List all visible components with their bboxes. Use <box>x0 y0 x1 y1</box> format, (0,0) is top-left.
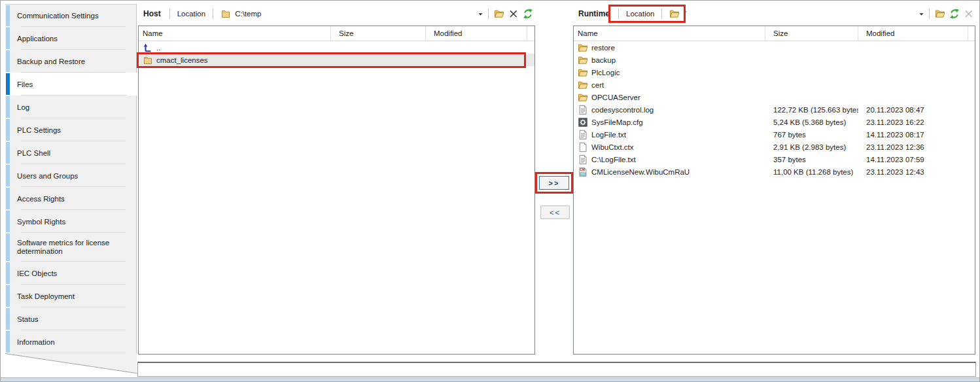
file-row-codesyscontrol-log[interactable]: codesyscontrol.log 122,72 KB (125.663 by… <box>574 103 975 116</box>
file-row-parent-dir[interactable]: .. <box>139 41 534 54</box>
file-transfer-status-bar <box>137 362 976 377</box>
text-file-icon <box>578 154 588 165</box>
file-modified: 23.11.2023 12:43 <box>858 165 968 178</box>
file-modified <box>858 91 968 103</box>
runtime-column-name[interactable]: Name <box>574 26 765 41</box>
file-row-sysfilemap-cfg[interactable]: SysFileMap.cfg 5,24 KB (5.368 bytes) 23.… <box>574 116 975 128</box>
file-row-backup[interactable]: backup <box>574 54 975 66</box>
runtime-new-folder-button[interactable] <box>933 7 947 20</box>
file-name: WibuCtxt.ctx <box>591 143 634 151</box>
host-column-spacer <box>527 26 535 41</box>
file-row-wibuctxt-ctx[interactable]: WibuCtxt.ctx 2,91 KB (2.983 bytes) 23.11… <box>574 141 975 153</box>
tab-label: Files <box>17 80 33 88</box>
file-name: .. <box>156 44 160 52</box>
runtime-column-modified[interactable]: Modified <box>858 26 968 41</box>
copy-to-runtime-button[interactable]: >> <box>539 176 569 190</box>
host-column-modified[interactable]: Modified <box>426 26 527 41</box>
host-new-folder-button[interactable] <box>492 7 506 20</box>
separator <box>618 9 619 19</box>
tab-label: Task Deployment <box>17 292 75 300</box>
file-row-logfile-txt[interactable]: LogFile.txt 767 bytes 14.11.2023 08:17 <box>574 128 975 141</box>
refresh-icon <box>523 9 533 19</box>
runtime-location-dropdown-icon[interactable] <box>917 9 926 19</box>
host-list-header: Name Size Modified <box>139 26 534 41</box>
file-name: restore <box>591 44 615 52</box>
file-size: 5,24 KB (5.368 bytes) <box>765 116 858 128</box>
file-row-cmlicensenew[interactable]: CMLicenseNew.WibuCmRaU 11,00 KB (11.268 … <box>574 165 975 178</box>
file-row-opcuaserver[interactable]: OPCUAServer <box>574 91 975 103</box>
new-folder-icon <box>935 9 945 19</box>
runtime-column-size[interactable]: Size <box>765 26 858 41</box>
tab-status[interactable]: Status <box>5 307 137 330</box>
file-modified: 14.11.2023 08:17 <box>858 128 968 141</box>
file-size: 11,00 KB (11.268 bytes) <box>765 165 858 178</box>
separator <box>661 9 662 19</box>
file-name: LogFile.txt <box>591 131 626 139</box>
file-size: 767 bytes <box>765 128 858 141</box>
file-row-cmact-licenses[interactable]: cmact_licenses <box>139 54 534 66</box>
text-file-icon <box>578 105 588 115</box>
host-location-label: Location <box>173 10 209 18</box>
file-row-plclogic[interactable]: PlcLogic <box>574 66 975 78</box>
tab-files[interactable]: Files <box>5 73 137 95</box>
file-modified <box>426 41 527 54</box>
runtime-column-spacer <box>968 26 975 41</box>
host-pane-title: Host <box>138 9 166 18</box>
runtime-list-header: Name Size Modified <box>574 26 975 41</box>
runtime-refresh-button[interactable] <box>947 7 962 20</box>
file-row-cert[interactable]: cert <box>574 78 975 91</box>
runtime-location-label: Location <box>622 10 658 18</box>
tab-users-and-groups[interactable]: Users and Groups <box>5 164 137 187</box>
file-modified: 23.11.2023 16:22 <box>858 116 968 128</box>
host-refresh-button[interactable] <box>521 7 535 20</box>
runtime-delete-button[interactable] <box>962 7 976 20</box>
tab-label: Information <box>17 338 55 346</box>
cm-license-file-icon <box>578 167 588 177</box>
tab-label: Software metrics for license determinati… <box>17 239 127 256</box>
host-location-path: C:\temp <box>235 10 476 18</box>
file-name: cmact_licenses <box>156 56 208 64</box>
file-modified: 23.11.2023 12:36 <box>858 141 968 153</box>
file-size <box>765 41 858 54</box>
tab-symbol-rights[interactable]: Symbol Rights <box>5 210 137 233</box>
host-file-list: Name Size Modified .. cmact_licenses <box>138 26 535 355</box>
copy-to-host-button[interactable]: << <box>540 205 570 219</box>
file-modified <box>858 41 968 54</box>
tab-applications[interactable]: Applications <box>5 27 137 50</box>
tab-plc-settings[interactable]: PLC Settings <box>5 118 137 141</box>
file-size <box>331 54 426 66</box>
tab-label: Applications <box>17 35 58 43</box>
host-location-combo[interactable]: C:\temp <box>217 9 476 19</box>
tab-access-rights[interactable]: Access Rights <box>5 187 137 210</box>
file-name: SysFileMap.cfg <box>591 118 643 126</box>
config-file-icon <box>578 117 588 128</box>
tab-plc-shell[interactable]: PLC Shell <box>5 141 137 164</box>
file-row-restore[interactable]: restore <box>574 41 975 54</box>
separator <box>488 9 489 19</box>
host-column-size[interactable]: Size <box>331 26 426 41</box>
runtime-pane-title: Runtime <box>573 9 615 18</box>
runtime-location-path: / <box>684 10 917 18</box>
host-delete-button[interactable] <box>506 7 521 20</box>
tab-task-deployment[interactable]: Task Deployment <box>5 285 137 307</box>
file-row-c-logfile-txt[interactable]: C:\LogFile.txt 357 bytes 14.11.2023 07:5… <box>574 153 975 165</box>
file-size <box>331 41 426 54</box>
separator <box>929 9 930 19</box>
file-modified <box>426 54 527 66</box>
host-column-name[interactable]: Name <box>139 26 331 41</box>
new-folder-icon <box>494 9 504 19</box>
runtime-location-bar: Runtime Location / <box>573 5 976 22</box>
tab-software-metrics[interactable]: Software metrics for license determinati… <box>5 233 137 262</box>
file-modified <box>858 66 968 78</box>
file-size <box>765 91 858 103</box>
tab-backup-and-restore[interactable]: Backup and Restore <box>5 50 137 73</box>
runtime-file-list: Name Size Modified restore backup PlcLog… <box>573 26 975 355</box>
tab-information[interactable]: Information <box>5 330 137 353</box>
runtime-location-combo[interactable]: / <box>665 9 917 19</box>
tab-log[interactable]: Log <box>5 95 137 118</box>
tab-communication-settings[interactable]: Communication Settings <box>5 4 137 27</box>
text-file-icon <box>578 130 588 140</box>
file-size: 122,72 KB (125.663 bytes) <box>765 103 858 116</box>
tab-iec-objects[interactable]: IEC Objects <box>5 262 137 285</box>
host-location-dropdown-icon[interactable] <box>476 9 485 19</box>
